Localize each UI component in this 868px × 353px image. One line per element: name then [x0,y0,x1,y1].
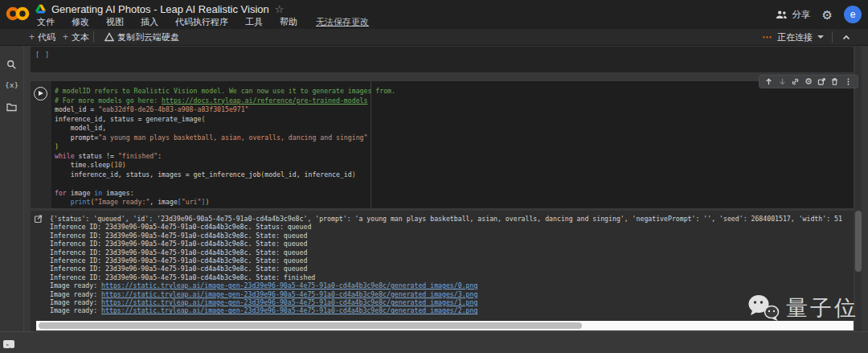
cell-execution-prompt: [ ] [35,51,50,59]
code-token [55,198,71,206]
cell-settings-gear-icon[interactable]: ⚙ [805,77,813,86]
notebook-vertical-scrollbar-track[interactable] [855,47,862,331]
output-horizontal-scrollbar[interactable] [36,321,854,330]
code-line: for image in images: [55,189,850,199]
toolbar-divider [832,31,833,43]
output-token: Inference ID: 23d39e96-90a5-4e75-91a0-cd… [50,240,307,248]
output-link[interactable]: https://static.tryleap.ai/image-gen-23d3… [101,306,477,314]
code-token: # For more models go here: [55,96,162,105]
code-token: ) [55,142,59,150]
code-line [55,179,850,189]
empty-code-cell[interactable]: [ ] [31,47,854,72]
output-line: Image ready: https://static.tryleap.ai/i… [50,306,854,314]
output-line: Inference ID: 23d39e96-90a5-4e75-91a0-cd… [50,265,854,273]
menu-item[interactable]: 视图 [106,16,124,28]
share-button[interactable]: 分享 [776,9,811,21]
more-vert-icon[interactable] [844,77,853,86]
code-token: print [71,198,91,206]
variables-icon[interactable]: {x} [5,80,18,89]
code-comment-link[interactable]: https://docs.tryleap.ai/reference/pre-tr… [162,96,367,105]
output-line: Inference ID: 23d39e96-90a5-4e75-91a0-cd… [50,240,854,248]
add-code-button[interactable]: + 代码 [29,29,55,45]
files-icon[interactable] [6,103,17,112]
code-token: inference_id, status, images = get_infer… [55,170,260,179]
watermark: 量子位 [746,293,858,323]
menu-item[interactable]: 文件 [37,16,55,28]
code-token: ) [122,161,126,169]
menu-item[interactable]: 帮助 [280,16,297,28]
output-line: Image ready: https://static.tryleap.ai/i… [50,290,854,298]
collapse-header-chevron-icon[interactable] [841,32,852,42]
code-token: "Image ready:" [94,198,149,206]
unsaved-changes-notice[interactable]: 无法保存更改 [316,16,369,28]
code-token: "a young man plays basketball, asian, ov… [98,133,367,142]
output-line: Image ready: https://static.tryleap.ai/i… [50,298,854,306]
scrollbar-thumb[interactable] [39,322,582,329]
notebook-vertical-scrollbar-thumb[interactable] [855,211,862,272]
move-cell-down-icon[interactable] [778,77,787,86]
colab-notebook-window: Generating AI Photos - Leap AI Realistic… [0,0,868,353]
copy-to-drive-label: 复制到云端硬盘 [117,31,179,43]
notebook-title[interactable]: Generating AI Photos - Leap AI Realistic… [51,3,269,15]
avatar[interactable]: e [844,6,862,23]
drive-triangle-icon [104,32,114,42]
star-icon[interactable]: ☆ [275,4,285,14]
copy-link-to-cell-icon[interactable] [791,77,800,86]
output-token: Image ready: [50,298,101,306]
code-line: model_id, [55,124,850,133]
header-bar: Generating AI Photos - Leap AI Realistic… [0,0,868,29]
code-token: images: [102,189,133,197]
output-line: Inference ID: 23d39e96-90a5-4e75-91a0-cd… [50,232,854,240]
title-row: Generating AI Photos - Leap AI Realistic… [35,2,284,16]
run-cell-button[interactable] [34,87,47,101]
code-line: inference_id, status, images = get_infer… [55,170,850,180]
cell-output-area: {'status': 'queued', 'id': '23d39e96-90a… [31,211,854,331]
toolbar-divider [93,31,94,43]
notebook-toolbar: + 代码 + 文本 复制到云端硬盘 ⋯ 正在连接 [0,29,868,46]
add-text-label: 文本 [72,31,89,43]
bottom-panel-strip [0,331,868,353]
output-line: Image ready: https://static.tryleap.ai/i… [50,281,854,289]
code-cell: # modelID refers to Realistic Vision mod… [31,81,854,208]
people-icon [776,10,788,19]
code-editor[interactable]: # modelID refers to Realistic Vision mod… [55,87,850,207]
search-icon[interactable] [6,60,17,70]
menu-bar: 文件修改视图插入代码执行程序工具帮助无法保存更改 [37,16,369,27]
code-token: prompt= [55,133,98,142]
menu-item[interactable]: 插入 [141,16,158,28]
colab-logo-icon[interactable] [6,5,30,23]
output-line: {'status': 'queued', 'id': '23d39e96-90a… [50,215,854,223]
output-link[interactable]: https://static.tryleap.ai/image-gen-23d3… [101,281,477,289]
code-line: model_id = "eab32df0-de26-4b83-a908-a83f… [55,105,850,115]
code-token: "eab32df0-de26-4b83-a908-a83f3015e971" [98,105,248,113]
code-line: time.sleep(10) [55,161,850,170]
connect-area: ⋯ 正在连接 [762,29,852,45]
code-token: while [55,152,75,160]
code-line: # modelID refers to Realistic Vision mod… [55,87,850,96]
copy-to-drive-button[interactable]: 复制到云端硬盘 [104,29,179,45]
output-token: Image ready: [50,290,101,298]
output-link[interactable]: https://static.tryleap.ai/image-gen-23d3… [101,298,477,306]
output-line: Inference ID: 23d39e96-90a5-4e75-91a0-cd… [50,248,854,257]
connect-status[interactable]: 正在连接 [777,31,813,43]
settings-gear-icon[interactable]: ⚙ [822,9,833,21]
wechat-bubbles-icon [746,293,783,323]
plus-icon: + [63,31,68,43]
menu-item[interactable]: 修改 [72,16,89,28]
code-token: "finished" [118,152,158,160]
play-icon [39,91,43,96]
caret-down-icon[interactable] [817,35,824,39]
add-text-button[interactable]: + 文本 [63,29,89,45]
code-token: for [55,189,67,197]
cell-toolbar: ⚙ [759,75,858,88]
delete-cell-trash-icon[interactable] [830,77,839,86]
menu-item[interactable]: 工具 [245,16,263,28]
output-link[interactable]: https://static.tryleap.ai/image-gen-23d3… [101,290,477,298]
open-in-tab-icon[interactable] [817,77,826,86]
code-token: model_id = [55,105,98,113]
output-indicator-icon [34,214,43,224]
menu-item[interactable]: 代码执行程序 [175,16,228,28]
move-cell-up-icon[interactable] [764,77,773,86]
output-line: Inference ID: 23d39e96-90a5-4e75-91a0-cd… [50,223,854,231]
terminal-icon[interactable]: >_ [3,340,14,348]
